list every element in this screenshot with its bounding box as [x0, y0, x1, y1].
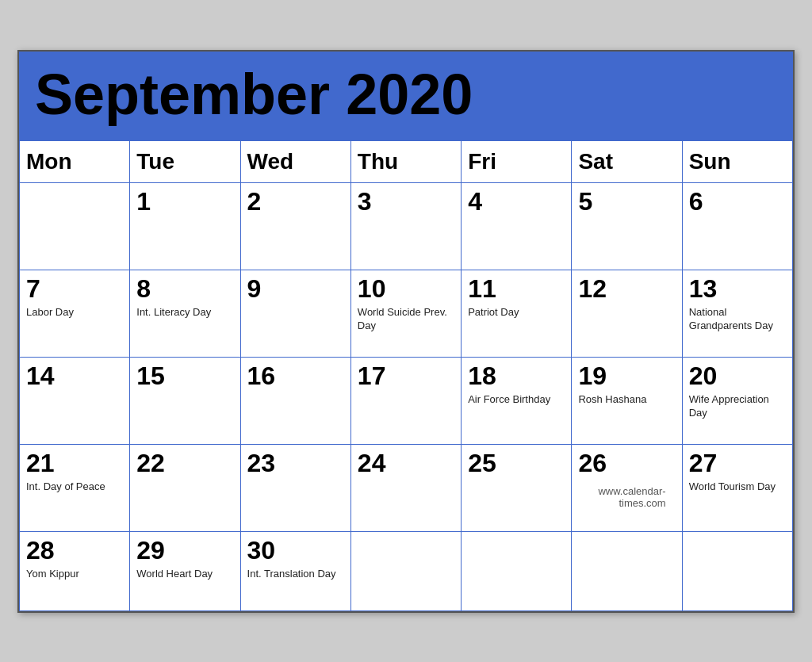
day-number: 14 — [26, 362, 123, 390]
day-header-fri: Fri — [462, 140, 572, 182]
day-number: 9 — [247, 275, 344, 303]
calendar-header: September 2020 — [19, 52, 793, 140]
day-cell: 14 — [20, 357, 130, 444]
day-cell: 26www.calendar-times.com — [572, 444, 682, 531]
day-event-label: National Grandparents Day — [689, 306, 786, 333]
week-row-5: 28Yom Kippur29World Heart Day30Int. Tran… — [20, 531, 793, 610]
day-number: 25 — [468, 450, 565, 477]
calendar-grid: MonTueWedThuFriSatSun 1234567Labor Day8I… — [19, 140, 793, 611]
day-number: 10 — [358, 275, 454, 303]
day-number: 5 — [578, 188, 675, 216]
day-header-wed: Wed — [240, 140, 350, 182]
day-cell — [20, 182, 130, 270]
day-cell: 16 — [240, 357, 350, 444]
day-cell: 25 — [462, 444, 572, 531]
day-number: 21 — [26, 450, 123, 477]
day-number: 8 — [136, 275, 233, 303]
day-header-mon: Mon — [20, 140, 130, 182]
day-number: 20 — [689, 362, 786, 390]
day-number: 1 — [136, 188, 233, 216]
day-event-label: Rosh Hashana — [578, 393, 675, 407]
day-number: 7 — [26, 275, 123, 303]
day-cell: 23 — [240, 444, 350, 531]
day-cell: 11Patriot Day — [462, 270, 572, 357]
day-number: 2 — [247, 188, 344, 216]
day-cell: 21Int. Day of Peace — [20, 444, 130, 531]
day-cell: 28Yom Kippur — [20, 531, 130, 610]
day-header-sun: Sun — [682, 140, 792, 182]
day-number: 15 — [136, 362, 233, 390]
day-cell: 8Int. Literacy Day — [130, 270, 240, 357]
day-event-label: Int. Day of Peace — [26, 480, 123, 494]
day-event-label: World Suicide Prev. Day — [358, 306, 454, 333]
day-number: 6 — [689, 188, 786, 216]
day-cell: 24 — [350, 444, 461, 531]
day-cell: 22 — [130, 444, 240, 531]
week-row-1: 123456 — [20, 182, 793, 270]
watermark: www.calendar-times.com — [578, 477, 675, 512]
day-header-sat: Sat — [572, 140, 682, 182]
day-event-label: World Heart Day — [136, 568, 233, 581]
day-number: 28 — [26, 537, 123, 564]
day-number: 16 — [247, 362, 344, 390]
day-number: 29 — [136, 537, 233, 564]
day-cell: 30Int. Translation Day — [240, 531, 350, 610]
day-header-tue: Tue — [130, 140, 240, 182]
day-cell: 9 — [240, 270, 350, 357]
day-cell: 20Wife Appreciation Day — [682, 357, 792, 444]
day-event-label: Air Force Birthday — [468, 393, 565, 407]
day-number: 30 — [247, 537, 344, 564]
day-cell — [462, 531, 572, 610]
day-cell: 19Rosh Hashana — [572, 357, 682, 444]
day-header-thu: Thu — [350, 140, 461, 182]
day-number: 19 — [578, 362, 675, 390]
day-cell: 6 — [682, 182, 792, 270]
week-row-2: 7Labor Day8Int. Literacy Day910World Sui… — [20, 270, 793, 357]
day-number: 4 — [468, 188, 565, 216]
day-cell — [682, 531, 792, 610]
calendar-container: September 2020 MonTueWedThuFriSatSun 123… — [17, 50, 795, 613]
day-cell — [572, 531, 682, 610]
day-cell — [350, 531, 461, 610]
day-cell: 4 — [462, 182, 572, 270]
day-event-label: Int. Translation Day — [247, 568, 344, 581]
day-cell: 5 — [572, 182, 682, 270]
day-cell: 17 — [350, 357, 461, 444]
day-cell: 29World Heart Day — [130, 531, 240, 610]
day-number: 13 — [689, 275, 786, 303]
day-number: 22 — [136, 450, 233, 477]
day-cell: 10World Suicide Prev. Day — [350, 270, 461, 357]
day-number: 24 — [358, 450, 454, 477]
day-cell: 1 — [130, 182, 240, 270]
day-number: 12 — [578, 275, 675, 303]
day-number: 17 — [358, 362, 454, 390]
day-number: 18 — [468, 362, 565, 390]
day-cell: 7Labor Day — [20, 270, 130, 357]
day-event-label: Int. Literacy Day — [136, 306, 233, 320]
day-cell: 27World Tourism Day — [682, 444, 792, 531]
day-headers-row: MonTueWedThuFriSatSun — [20, 140, 793, 182]
day-number: 23 — [247, 450, 344, 477]
day-number: 26 — [578, 450, 675, 477]
day-number: 11 — [468, 275, 565, 303]
week-row-4: 21Int. Day of Peace2223242526www.calenda… — [20, 444, 793, 531]
day-number: 3 — [358, 188, 454, 216]
day-cell: 15 — [130, 357, 240, 444]
day-number: 27 — [689, 450, 786, 477]
day-event-label: Wife Appreciation Day — [689, 393, 786, 420]
week-row-3: 1415161718Air Force Birthday19Rosh Hasha… — [20, 357, 793, 444]
day-event-label: World Tourism Day — [689, 480, 786, 494]
day-cell: 18Air Force Birthday — [462, 357, 572, 444]
day-event-label: Patriot Day — [468, 306, 565, 320]
day-cell: 2 — [240, 182, 350, 270]
day-event-label: Labor Day — [26, 306, 123, 320]
day-cell: 12 — [572, 270, 682, 357]
day-cell: 3 — [350, 182, 461, 270]
calendar-title: September 2020 — [35, 66, 777, 123]
day-cell: 13National Grandparents Day — [682, 270, 792, 357]
day-event-label: Yom Kippur — [26, 568, 123, 581]
